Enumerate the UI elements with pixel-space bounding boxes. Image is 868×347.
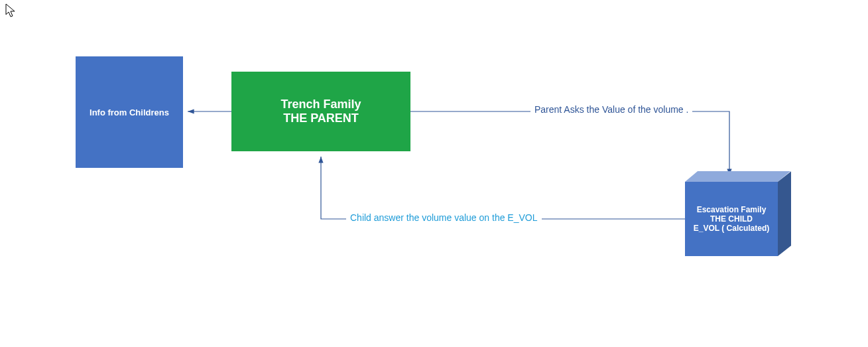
child-cube: Escavation Family THE CHILD E_VOL ( Calc… bbox=[685, 171, 784, 251]
cube-side-face bbox=[778, 171, 791, 256]
cube-top-face bbox=[685, 171, 790, 182]
cube-front-face: Escavation Family THE CHILD E_VOL ( Calc… bbox=[685, 182, 778, 256]
child-node-title: Escavation Family bbox=[697, 205, 767, 214]
mouse-cursor-icon bbox=[5, 3, 17, 18]
info-node-label: Info from Childrens bbox=[90, 107, 169, 117]
info-node: Info from Childrens bbox=[76, 56, 183, 168]
child-node-detail: E_VOL ( Calculated) bbox=[694, 224, 769, 233]
parent-node: Trench Family THE PARENT bbox=[231, 72, 410, 151]
connector-label-ask: Parent Asks the Value of the volume . bbox=[530, 104, 692, 115]
connector-label-answer: Child answer the volume value on the E_V… bbox=[346, 212, 542, 223]
parent-node-title: Trench Family bbox=[280, 98, 361, 111]
parent-node-subtitle: THE PARENT bbox=[283, 111, 359, 125]
child-node-subtitle: THE CHILD bbox=[710, 214, 753, 224]
